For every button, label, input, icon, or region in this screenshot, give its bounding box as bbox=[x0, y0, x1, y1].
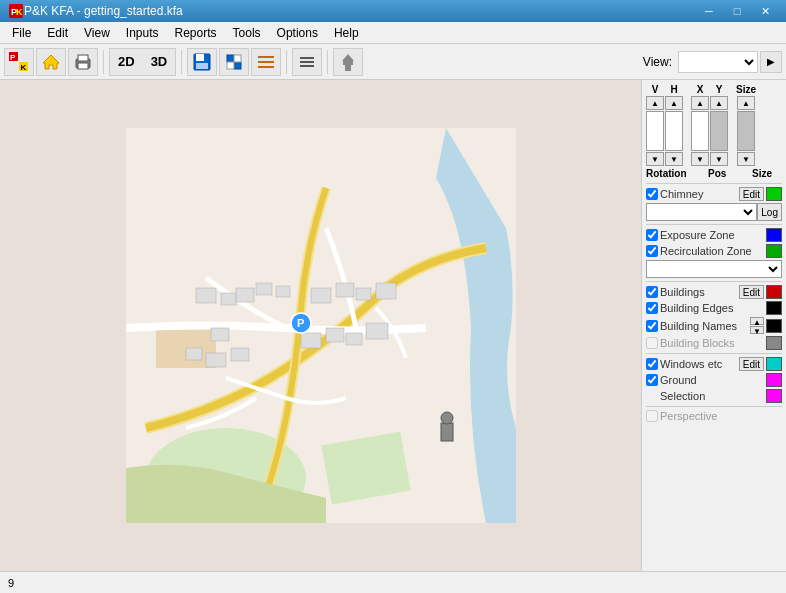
rotation-label: Rotation bbox=[646, 168, 686, 179]
building-names-down-btn[interactable]: ▼ bbox=[750, 326, 764, 334]
svg-marker-7 bbox=[43, 55, 59, 69]
building-names-checkbox[interactable] bbox=[646, 320, 658, 332]
menu-options[interactable]: Options bbox=[269, 24, 326, 42]
close-button[interactable]: ✕ bbox=[752, 2, 778, 20]
perspective-label: Perspective bbox=[660, 410, 782, 422]
pos-x-value bbox=[691, 111, 709, 151]
windows-row: Windows etc Edit bbox=[646, 357, 782, 371]
building-blocks-checkbox[interactable] bbox=[646, 337, 658, 349]
divider-1 bbox=[646, 183, 782, 184]
recirculation-zone-checkbox[interactable] bbox=[646, 245, 658, 257]
menu-view[interactable]: View bbox=[76, 24, 118, 42]
maximize-button[interactable]: □ bbox=[724, 2, 750, 20]
pos-x-down[interactable]: ▼ bbox=[691, 152, 709, 166]
divider-5 bbox=[646, 406, 782, 407]
minimize-button[interactable]: ─ bbox=[696, 2, 722, 20]
windows-color-swatch[interactable] bbox=[766, 357, 782, 371]
btn-2d[interactable]: 2D bbox=[110, 49, 143, 75]
view-label: View: bbox=[643, 55, 676, 69]
windows-checkbox[interactable] bbox=[646, 358, 658, 370]
buildings-color-swatch[interactable] bbox=[766, 285, 782, 299]
toolbar-separator-1 bbox=[103, 50, 104, 74]
toolbar-save-btn[interactable] bbox=[187, 48, 217, 76]
chimney-checkbox[interactable] bbox=[646, 188, 658, 200]
rotation-h-up[interactable]: ▲ bbox=[665, 96, 683, 110]
pos-x-up[interactable]: ▲ bbox=[691, 96, 709, 110]
title-bar: P K P&K KFA - getting_started.kfa ─ □ ✕ bbox=[0, 0, 786, 22]
building-names-label: Building Names bbox=[660, 320, 748, 332]
windows-edit-btn[interactable]: Edit bbox=[739, 357, 764, 371]
2d3d-toggle[interactable]: 2D 3D bbox=[109, 48, 176, 76]
svg-rect-36 bbox=[301, 333, 321, 348]
chimney-dropdown-row: Log bbox=[646, 203, 782, 221]
svg-rect-40 bbox=[311, 288, 331, 303]
window-title: P&K KFA - getting_started.kfa bbox=[24, 4, 696, 18]
toolbar-rotate-btn[interactable] bbox=[219, 48, 249, 76]
pos-y-down[interactable]: ▼ bbox=[710, 152, 728, 166]
size-up[interactable]: ▲ bbox=[737, 96, 755, 110]
chimney-edit-btn[interactable]: Edit bbox=[739, 187, 764, 201]
svg-rect-10 bbox=[78, 63, 88, 69]
btn-3d[interactable]: 3D bbox=[143, 49, 176, 75]
menu-tools[interactable]: Tools bbox=[225, 24, 269, 42]
svg-rect-44 bbox=[211, 328, 229, 341]
buildings-checkbox[interactable] bbox=[646, 286, 658, 298]
menu-reports[interactable]: Reports bbox=[167, 24, 225, 42]
recirculation-zone-row: Recirculation Zone bbox=[646, 244, 782, 258]
divider-3 bbox=[646, 281, 782, 282]
toolbar-list-btn[interactable] bbox=[292, 48, 322, 76]
rotation-v-up[interactable]: ▲ bbox=[646, 96, 664, 110]
main-area: P V ▲ ▼ H ▲ bbox=[0, 80, 786, 571]
toolbar-separator-2 bbox=[181, 50, 182, 74]
perspective-row: Perspective bbox=[646, 410, 782, 422]
svg-text:K: K bbox=[16, 7, 23, 17]
svg-rect-37 bbox=[326, 328, 344, 342]
ground-color-swatch[interactable] bbox=[766, 373, 782, 387]
toolbar-separator-4 bbox=[327, 50, 328, 74]
buildings-edit-btn[interactable]: Edit bbox=[739, 285, 764, 299]
rotation-v-down[interactable]: ▼ bbox=[646, 152, 664, 166]
svg-rect-18 bbox=[258, 56, 274, 58]
building-edges-color-swatch[interactable] bbox=[766, 301, 782, 315]
menu-edit[interactable]: Edit bbox=[39, 24, 76, 42]
svg-rect-22 bbox=[300, 61, 314, 63]
perspective-checkbox[interactable] bbox=[646, 410, 658, 422]
view-selector[interactable] bbox=[678, 51, 758, 73]
size-col: Size ▲ ▼ bbox=[736, 84, 756, 166]
map-canvas: P bbox=[126, 128, 516, 523]
svg-rect-39 bbox=[366, 323, 388, 339]
rotation-h-value bbox=[665, 111, 683, 151]
rotation-v-col: V ▲ ▼ bbox=[646, 84, 664, 166]
building-names-up-btn[interactable]: ▲ bbox=[750, 317, 764, 325]
menu-help[interactable]: Help bbox=[326, 24, 367, 42]
exposure-zone-checkbox[interactable] bbox=[646, 229, 658, 241]
menu-inputs[interactable]: Inputs bbox=[118, 24, 167, 42]
map-area[interactable]: P bbox=[0, 80, 641, 571]
pos-y-up[interactable]: ▲ bbox=[710, 96, 728, 110]
view-arrow-btn[interactable]: ▶ bbox=[760, 51, 782, 73]
toolbar-house-btn[interactable] bbox=[36, 48, 66, 76]
rotation-h-down[interactable]: ▼ bbox=[665, 152, 683, 166]
app-icon: P K bbox=[8, 3, 24, 19]
building-edges-checkbox[interactable] bbox=[646, 302, 658, 314]
svg-marker-26 bbox=[342, 54, 354, 61]
size-down[interactable]: ▼ bbox=[737, 152, 755, 166]
toolbar-print-btn[interactable] bbox=[68, 48, 98, 76]
selection-color-swatch[interactable] bbox=[766, 389, 782, 403]
recirculation-zone-color-swatch[interactable] bbox=[766, 244, 782, 258]
chimney-select[interactable] bbox=[646, 203, 757, 221]
menu-file[interactable]: File bbox=[4, 24, 39, 42]
log-btn[interactable]: Log bbox=[757, 203, 782, 221]
chimney-color-swatch[interactable] bbox=[766, 187, 782, 201]
building-blocks-color-swatch[interactable] bbox=[766, 336, 782, 350]
toolbar-chimney-btn[interactable] bbox=[333, 48, 363, 76]
building-names-color-swatch[interactable] bbox=[766, 319, 782, 333]
svg-rect-42 bbox=[356, 288, 371, 300]
svg-rect-32 bbox=[221, 293, 236, 305]
ground-checkbox[interactable] bbox=[646, 374, 658, 386]
toolbar-pk-btn[interactable]: P K bbox=[4, 48, 34, 76]
building-edges-row: Building Edges bbox=[646, 301, 782, 315]
toolbar-extra-btn[interactable] bbox=[251, 48, 281, 76]
recirculation-select[interactable] bbox=[646, 260, 782, 278]
exposure-zone-color-swatch[interactable] bbox=[766, 228, 782, 242]
